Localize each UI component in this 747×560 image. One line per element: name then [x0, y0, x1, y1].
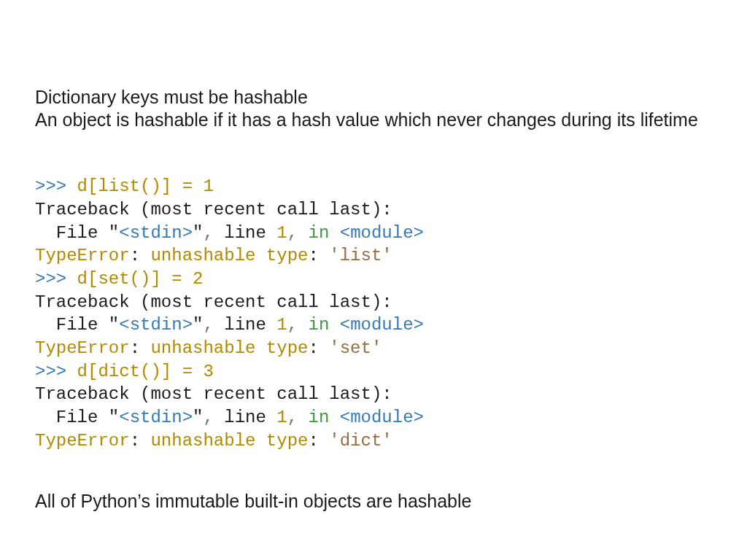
- tb-sep: ,: [287, 223, 309, 243]
- code-line: Traceback (most recent call last):: [35, 200, 392, 219]
- tb-stdin: <stdin>: [119, 408, 193, 427]
- tb-module: <module>: [340, 408, 424, 427]
- tb-quote: ": [109, 408, 119, 427]
- tb-sep: ,: [203, 408, 224, 427]
- err-colon: :: [130, 246, 151, 265]
- code-line: File "<stdin>", line 1, in <module>: [35, 315, 424, 335]
- repl-prompt: >>>: [35, 176, 77, 196]
- tb-file: File: [35, 315, 109, 335]
- tb-line-word: line: [224, 408, 276, 427]
- err-colon: :: [308, 246, 329, 265]
- code-line: >>> d[list()] = 1: [35, 176, 214, 196]
- err-type: TypeError: [35, 246, 130, 265]
- tb-stdin: <stdin>: [119, 315, 193, 335]
- traceback-header: Traceback (most recent call last):: [35, 384, 392, 404]
- code-line: File "<stdin>", line 1, in <module>: [35, 408, 424, 427]
- heading-line-2: An object is hashable if it has a hash v…: [35, 109, 712, 131]
- code-line: Traceback (most recent call last):: [35, 384, 392, 404]
- err-value: set: [340, 338, 371, 358]
- tb-sep: ,: [287, 408, 309, 427]
- code-line: File "<stdin>", line 1, in <module>: [35, 223, 424, 243]
- tb-file: File: [35, 408, 109, 427]
- err-value: list: [340, 246, 382, 265]
- code-block: >>> d[list()] = 1 Traceback (most recent…: [35, 152, 712, 453]
- tb-quote: ": [109, 315, 119, 335]
- tb-line-num: 1: [276, 315, 287, 335]
- traceback-header: Traceback (most recent call last):: [35, 200, 392, 219]
- code-expr: d[list()] =: [77, 176, 204, 196]
- err-msg: unhashable type: [150, 338, 308, 358]
- code-expr: d[set()] =: [77, 269, 193, 289]
- traceback-header: Traceback (most recent call last):: [35, 292, 392, 312]
- tb-quote: ": [193, 408, 203, 427]
- err-colon: :: [308, 431, 329, 451]
- err-colon: :: [308, 338, 329, 358]
- code-literal: 1: [203, 176, 213, 196]
- tb-sep: ,: [287, 315, 309, 335]
- err-quote: ': [382, 431, 392, 451]
- code-line: Traceback (most recent call last):: [35, 292, 392, 312]
- tb-in: in: [309, 408, 340, 427]
- code-literal: 2: [193, 269, 203, 289]
- tb-line-num: 1: [276, 223, 287, 243]
- err-quote: ': [329, 246, 339, 265]
- tb-line-word: line: [224, 315, 276, 335]
- tb-module: <module>: [340, 315, 424, 335]
- repl-prompt: >>>: [35, 269, 77, 289]
- heading-block: Dictionary keys must be hashable An obje…: [35, 86, 712, 132]
- code-line: >>> d[set()] = 2: [35, 269, 203, 289]
- tb-in: in: [309, 223, 340, 243]
- err-quote: ': [329, 338, 339, 358]
- code-line: TypeError: unhashable type: 'list': [35, 246, 392, 265]
- code-expr: d[dict()] =: [77, 362, 204, 381]
- err-type: TypeError: [35, 338, 130, 358]
- tb-stdin: <stdin>: [119, 223, 193, 243]
- tb-quote: ": [109, 223, 119, 243]
- err-msg: unhashable type: [150, 431, 308, 451]
- tb-quote: ": [193, 223, 203, 243]
- err-quote: ': [382, 246, 392, 265]
- err-quote: ': [329, 431, 339, 451]
- tb-module: <module>: [340, 223, 424, 243]
- tb-line-num: 1: [276, 408, 287, 427]
- slide: Dictionary keys must be hashable An obje…: [0, 0, 747, 560]
- code-line: TypeError: unhashable type: 'set': [35, 338, 382, 358]
- err-msg: unhashable type: [150, 246, 308, 265]
- err-value: dict: [340, 431, 382, 451]
- tb-file: File: [35, 223, 109, 243]
- code-line: >>> d[dict()] = 3: [35, 362, 214, 381]
- tb-sep: ,: [203, 223, 224, 243]
- heading-line-1: Dictionary keys must be hashable: [35, 86, 712, 109]
- err-quote: ': [371, 338, 382, 358]
- tb-quote: ": [193, 315, 203, 335]
- code-line: TypeError: unhashable type: 'dict': [35, 431, 392, 451]
- tb-sep: ,: [203, 315, 224, 335]
- err-type: TypeError: [35, 431, 130, 451]
- code-literal: 3: [203, 362, 213, 381]
- err-colon: :: [130, 431, 151, 451]
- repl-prompt: >>>: [35, 362, 77, 381]
- footer-line: All of Python’s immutable built-in objec…: [35, 490, 712, 513]
- err-colon: :: [130, 338, 151, 358]
- tb-in: in: [309, 315, 340, 335]
- tb-line-word: line: [224, 223, 276, 243]
